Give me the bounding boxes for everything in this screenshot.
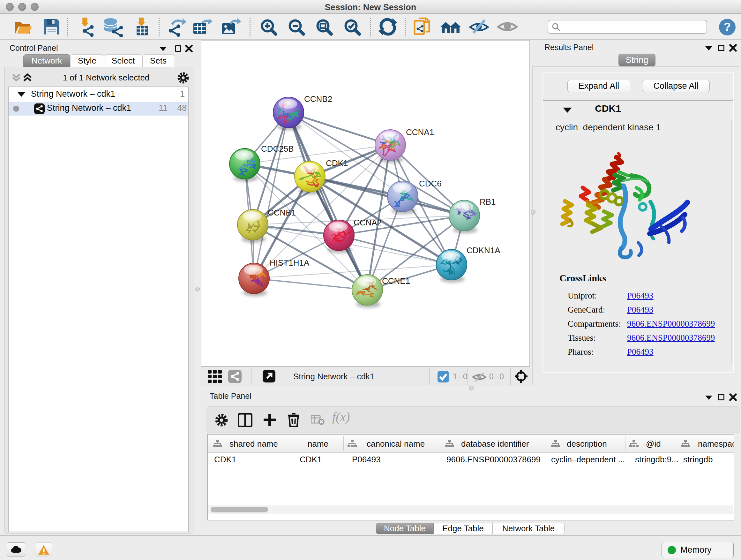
svg-text:CCNB1: CCNB1 <box>268 208 296 217</box>
svg-text:CDC6: CDC6 <box>419 179 442 188</box>
svg-text:CDKN1A: CDKN1A <box>467 246 500 255</box>
svg-text:CDC25B: CDC25B <box>261 144 294 153</box>
svg-text:CCNA2: CCNA2 <box>354 218 382 227</box>
svg-text:HIST1H1A: HIST1H1A <box>270 258 310 267</box>
svg-text:CDK1: CDK1 <box>326 159 348 168</box>
svg-text:CCNE1: CCNE1 <box>382 276 410 286</box>
svg-text:CCNB2: CCNB2 <box>304 94 332 104</box>
svg-text:CCNA1: CCNA1 <box>406 127 434 137</box>
svg-text:RB1: RB1 <box>480 197 496 206</box>
svg-text:?: ? <box>724 20 731 34</box>
